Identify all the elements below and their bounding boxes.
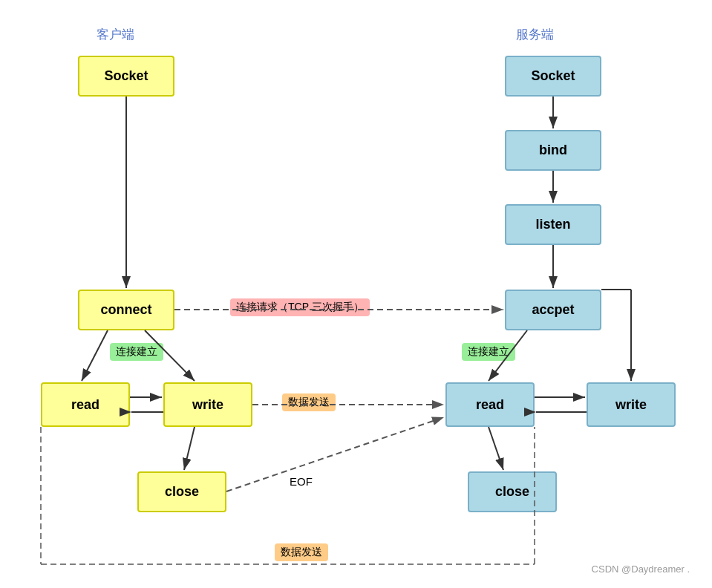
svg-line-19 (489, 427, 503, 470)
svg-line-18 (184, 427, 195, 470)
client-close-node: close (137, 471, 226, 512)
client-title: 客户端 (97, 26, 134, 43)
server-listen-node: listen (505, 204, 601, 245)
tcp-request-label: 连接请求（TCP 三次握手） (230, 298, 370, 316)
server-bind-node: bind (505, 130, 601, 171)
diagram-container: 客户端 服务端 Socket connect read write close … (0, 0, 712, 588)
client-read-node: read (41, 382, 130, 427)
watermark: CSDN @Daydreamer . (592, 564, 690, 575)
conn-established-client-label: 连接建立 (110, 343, 163, 361)
server-title: 服务端 (516, 26, 554, 43)
server-read-node: read (445, 382, 535, 427)
data-send-middle-label: 数据发送 (282, 393, 336, 411)
server-write-node: write (587, 382, 676, 427)
client-socket-node: Socket (78, 56, 174, 97)
client-connect-node: connect (78, 290, 174, 330)
server-socket-node: Socket (505, 56, 601, 97)
server-accept-node: accpet (505, 290, 601, 330)
client-write-node: write (163, 382, 252, 427)
data-send-bottom-label: 数据发送 (275, 543, 328, 561)
eof-label: EOF (290, 475, 313, 488)
conn-established-server-label: 连接建立 (462, 343, 515, 361)
svg-line-20 (226, 417, 444, 491)
svg-line-8 (82, 330, 108, 381)
server-close-node: close (468, 471, 557, 512)
